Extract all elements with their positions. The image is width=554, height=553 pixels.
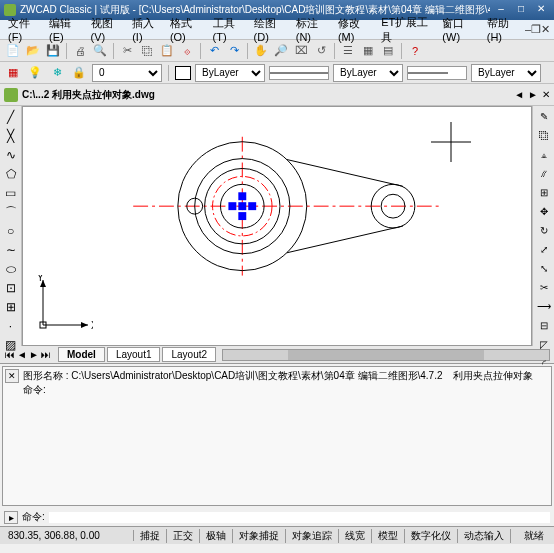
polygon-icon[interactable]: ⬠ — [2, 165, 20, 183]
tab-model[interactable]: Model — [58, 347, 105, 362]
tab-close-icon[interactable]: ✕ — [542, 89, 550, 100]
linetype-combo[interactable]: ByLayer — [333, 64, 403, 82]
status-snap[interactable]: 捕捉 — [134, 529, 167, 543]
menu-window[interactable]: 窗口(W) — [438, 16, 482, 43]
spline-icon[interactable]: ∼ — [2, 241, 20, 259]
toolpal-icon[interactable]: ▤ — [379, 42, 397, 60]
arc-icon[interactable]: ⌒ — [2, 203, 20, 221]
designcenter-icon[interactable]: ▦ — [359, 42, 377, 60]
menu-modify[interactable]: 修改(M) — [334, 16, 377, 43]
props-icon[interactable]: ☰ — [339, 42, 357, 60]
preview-icon[interactable]: 🔍 — [91, 42, 109, 60]
status-digi[interactable]: 数字化仪 — [405, 529, 458, 543]
offset-icon[interactable]: ⫽ — [535, 165, 553, 183]
ellipse-icon[interactable]: ⬭ — [2, 260, 20, 278]
hscroll-track[interactable] — [222, 349, 550, 361]
close-button[interactable]: ✕ — [532, 3, 550, 17]
break-icon[interactable]: ⊟ — [535, 317, 553, 335]
layer-mgr-icon[interactable]: ▦ — [4, 64, 22, 82]
mdi-close-button[interactable]: ✕ — [541, 23, 550, 36]
layer-combo[interactable]: 0 — [92, 64, 162, 82]
point-icon[interactable]: · — [2, 317, 20, 335]
circle-icon[interactable]: ○ — [2, 222, 20, 240]
block-icon[interactable]: ⊞ — [2, 298, 20, 316]
open-icon[interactable]: 📂 — [24, 42, 42, 60]
menu-et[interactable]: ET扩展工具 — [377, 15, 438, 45]
menu-tools[interactable]: 工具(T) — [209, 16, 250, 43]
lineweight-combo[interactable]: ByLayer — [471, 64, 541, 82]
erase-icon[interactable]: ✎ — [535, 108, 553, 126]
chamfer-icon[interactable]: ◸ — [535, 336, 553, 354]
cmd-pin-icon[interactable]: ✕ — [5, 369, 19, 383]
menu-view[interactable]: 视图(V) — [87, 16, 129, 43]
hscroll-thumb[interactable] — [288, 350, 484, 360]
modify-toolbar: ✎ ⿻ ⟁ ⫽ ⊞ ✥ ↻ ⤢ ⤡ ✂ ⟶ ⊟ ◸ ◜ ✦ — [532, 106, 554, 346]
rotate-icon[interactable]: ↻ — [535, 222, 553, 240]
rect-icon[interactable]: ▭ — [2, 184, 20, 202]
new-icon[interactable]: 📄 — [4, 42, 22, 60]
tab-last-icon[interactable]: ⏭ — [40, 349, 52, 360]
status-otrack[interactable]: 对象追踪 — [286, 529, 339, 543]
extend-icon[interactable]: ⟶ — [535, 298, 553, 316]
scale-icon[interactable]: ⤢ — [535, 241, 553, 259]
menu-dimension[interactable]: 标注(N) — [292, 16, 334, 43]
layer-lock-icon[interactable]: 🔒 — [70, 64, 88, 82]
menu-insert[interactable]: 插入(I) — [128, 16, 166, 43]
status-dyn[interactable]: 动态输入 — [458, 529, 511, 543]
svg-marker-22 — [81, 322, 88, 328]
xline-icon[interactable]: ╳ — [2, 127, 20, 145]
stretch-icon[interactable]: ⤡ — [535, 260, 553, 278]
drawing-canvas[interactable]: X Y — [22, 106, 532, 346]
menu-file[interactable]: 文件(F) — [4, 16, 45, 43]
line-icon[interactable]: ╱ — [2, 108, 20, 126]
pline-icon[interactable]: ∿ — [2, 146, 20, 164]
status-ortho[interactable]: 正交 — [167, 529, 200, 543]
command-input[interactable] — [49, 512, 550, 523]
tab-next-icon[interactable]: ► — [528, 89, 538, 100]
cut-icon[interactable]: ✂ — [118, 42, 136, 60]
menu-draw[interactable]: 绘图(D) — [250, 16, 292, 43]
layer-state-icon[interactable]: 💡 — [26, 64, 44, 82]
cmd-toggle-icon[interactable]: ▸ — [4, 511, 18, 524]
status-model[interactable]: 模型 — [372, 529, 405, 543]
mdi-restore-button[interactable]: ❐ — [531, 23, 541, 36]
menu-help[interactable]: 帮助(H) — [483, 16, 525, 43]
match-icon[interactable]: ⟐ — [178, 42, 196, 60]
coord-display: 830.35, 306.88, 0.00 — [4, 530, 134, 541]
pan-icon[interactable]: ✋ — [252, 42, 270, 60]
menu-format[interactable]: 格式(O) — [166, 16, 209, 43]
color-swatch[interactable] — [175, 66, 191, 80]
help-icon[interactable]: ? — [406, 42, 424, 60]
copy-icon[interactable]: ⿻ — [138, 42, 156, 60]
mirror-icon[interactable]: ⟁ — [535, 146, 553, 164]
undo-icon[interactable]: ↶ — [205, 42, 223, 60]
zoom-window-icon[interactable]: ⌧ — [292, 42, 310, 60]
paste-icon[interactable]: 📋 — [158, 42, 176, 60]
status-polar[interactable]: 极轴 — [200, 529, 233, 543]
array-icon[interactable]: ⊞ — [535, 184, 553, 202]
command-history[interactable]: ✕ 图形名称 : C:\Users\Administrator\Desktop\… — [2, 366, 552, 506]
doc-icon — [4, 88, 18, 102]
status-osnap[interactable]: 对象捕捉 — [233, 529, 286, 543]
tab-layout1[interactable]: Layout1 — [107, 347, 161, 362]
hatch-icon[interactable]: ▨ — [2, 336, 20, 354]
zoom-prev-icon[interactable]: ↺ — [312, 42, 330, 60]
tab-following-icon[interactable]: ► — [28, 349, 40, 360]
trim-icon[interactable]: ✂ — [535, 279, 553, 297]
redo-icon[interactable]: ↷ — [225, 42, 243, 60]
insert-icon[interactable]: ⊡ — [2, 279, 20, 297]
copy2-icon[interactable]: ⿻ — [535, 127, 553, 145]
color-combo[interactable]: ByLayer — [195, 64, 265, 82]
status-lwt[interactable]: 线宽 — [339, 529, 372, 543]
tab-layout2[interactable]: Layout2 — [162, 347, 216, 362]
save-icon[interactable]: 💾 — [44, 42, 62, 60]
tab-prev-icon[interactable]: ◄ — [514, 89, 524, 100]
print-icon[interactable]: 🖨 — [71, 42, 89, 60]
move-icon[interactable]: ✥ — [535, 203, 553, 221]
menu-edit[interactable]: 编辑(E) — [45, 16, 87, 43]
zoom-icon[interactable]: 🔎 — [272, 42, 290, 60]
minimize-button[interactable]: – — [492, 3, 510, 17]
maximize-button[interactable]: □ — [512, 3, 530, 17]
layer-freeze-icon[interactable]: ❄ — [48, 64, 66, 82]
doc-tab-name[interactable]: C:\...2 利用夹点拉伸对象.dwg — [22, 88, 155, 102]
